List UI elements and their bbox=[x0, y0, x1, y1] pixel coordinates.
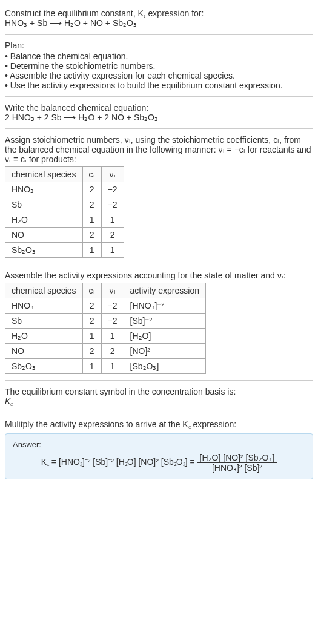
table-header-row: chemical species cᵢ νᵢ bbox=[5, 167, 124, 182]
cell-nui: 1 bbox=[101, 243, 124, 258]
plan-item: Determine the stoichiometric numbers. bbox=[5, 61, 313, 71]
cell-species: Sb₂O₃ bbox=[5, 243, 83, 258]
cell-nui: −2 bbox=[101, 197, 124, 212]
stoich-table: chemical species cᵢ νᵢ HNO₃ 2 −2 Sb 2 −2… bbox=[5, 166, 124, 258]
divider bbox=[5, 413, 313, 413]
col-ci: cᵢ bbox=[82, 283, 101, 298]
cell-species: Sb bbox=[5, 314, 83, 329]
cell-ci: 1 bbox=[82, 359, 101, 374]
table-row: Sb 2 −2 bbox=[5, 197, 124, 212]
divider bbox=[5, 264, 313, 264]
cell-nui: −2 bbox=[101, 298, 124, 314]
plan-section: Plan: Balance the chemical equation. Det… bbox=[5, 37, 313, 94]
col-ci: cᵢ bbox=[82, 167, 101, 182]
intro-line1-text: Construct the equilibrium constant, K, e… bbox=[5, 8, 204, 18]
multiply-section: Mulitply the activity expressions to arr… bbox=[5, 416, 313, 483]
cell-species: Sb bbox=[5, 197, 83, 212]
answer-lhs: K꜀ = [HNO₃]⁻² [Sb]⁻² [H₂O] [NO]² [Sb₂O₃]… bbox=[41, 457, 195, 467]
table-row: H₂O 1 1 bbox=[5, 212, 124, 228]
symbol-section: The equilibrium constant symbol in the c… bbox=[5, 383, 313, 410]
cell-nui: 1 bbox=[101, 359, 124, 374]
plan-item: Use the activity expressions to build th… bbox=[5, 80, 313, 90]
cell-nui: −2 bbox=[101, 314, 124, 329]
cell-species: H₂O bbox=[5, 329, 83, 344]
cell-species: H₂O bbox=[5, 212, 83, 228]
table-row: Sb 2 −2 [Sb]⁻² bbox=[5, 314, 206, 329]
cell-ci: 2 bbox=[82, 182, 101, 197]
symbol-text: The equilibrium constant symbol in the c… bbox=[5, 387, 313, 396]
cell-species: HNO₃ bbox=[5, 182, 83, 197]
cell-ci: 2 bbox=[82, 228, 101, 243]
answer-label: Answer: bbox=[13, 440, 305, 449]
answer-box: Answer: K꜀ = [HNO₃]⁻² [Sb]⁻² [H₂O] [NO]²… bbox=[5, 433, 313, 479]
intro-equation: HNO₃ + Sb ⟶ H₂O + NO + Sb₂O₃ bbox=[5, 18, 313, 28]
cell-activity: [H₂O] bbox=[124, 329, 205, 344]
table-row: NO 2 2 [NO]² bbox=[5, 344, 206, 359]
cell-ci: 2 bbox=[82, 298, 101, 314]
cell-ci: 1 bbox=[82, 329, 101, 344]
cell-ci: 1 bbox=[82, 243, 101, 258]
plan-list: Balance the chemical equation. Determine… bbox=[5, 51, 313, 90]
plan-item: Assemble the activity expression for eac… bbox=[5, 71, 313, 80]
cell-ci: 1 bbox=[82, 212, 101, 228]
intro-line1: Construct the equilibrium constant, K, e… bbox=[5, 8, 313, 18]
col-activity: activity expression bbox=[124, 283, 205, 298]
cell-nui: 1 bbox=[101, 329, 124, 344]
balanced-section: Write the balanced chemical equation: 2 … bbox=[5, 99, 313, 126]
cell-species: NO bbox=[5, 344, 83, 359]
col-nui: νᵢ bbox=[101, 167, 124, 182]
cell-nui: 1 bbox=[101, 212, 124, 228]
table-row: H₂O 1 1 [H₂O] bbox=[5, 329, 206, 344]
cell-activity: [Sb]⁻² bbox=[124, 314, 205, 329]
table-row: Sb₂O₃ 1 1 [Sb₂O₃] bbox=[5, 359, 206, 374]
plan-heading: Plan: bbox=[5, 41, 313, 50]
cell-ci: 2 bbox=[82, 197, 101, 212]
activity-table: chemical species cᵢ νᵢ activity expressi… bbox=[5, 283, 206, 374]
cell-nui: 2 bbox=[101, 344, 124, 359]
answer-denominator: [HNO₃]² [Sb]² bbox=[197, 463, 277, 473]
divider bbox=[5, 128, 313, 129]
cell-species: NO bbox=[5, 228, 83, 243]
multiply-text: Mulitply the activity expressions to arr… bbox=[5, 419, 313, 430]
intro-section: Construct the equilibrium constant, K, e… bbox=[5, 5, 313, 31]
balanced-equation: 2 HNO₃ + 2 Sb ⟶ H₂O + 2 NO + Sb₂O₃ bbox=[5, 113, 313, 122]
assemble-section: Assemble the activity expressions accoun… bbox=[5, 267, 313, 378]
answer-expression: K꜀ = [HNO₃]⁻² [Sb]⁻² [H₂O] [NO]² [Sb₂O₃]… bbox=[13, 453, 305, 473]
table-header-row: chemical species cᵢ νᵢ activity expressi… bbox=[5, 283, 206, 298]
cell-ci: 2 bbox=[82, 344, 101, 359]
balanced-heading: Write the balanced chemical equation: bbox=[5, 103, 313, 113]
table-row: Sb₂O₃ 1 1 bbox=[5, 243, 124, 258]
table-row: HNO₃ 2 −2 [HNO₃]⁻² bbox=[5, 298, 206, 314]
cell-species: Sb₂O₃ bbox=[5, 359, 83, 374]
cell-nui: −2 bbox=[101, 182, 124, 197]
divider bbox=[5, 96, 313, 97]
col-species: chemical species bbox=[5, 283, 83, 298]
assign-text: Assign stoichiometric numbers, νᵢ, using… bbox=[5, 135, 313, 164]
answer-fraction: [H₂O] [NO]² [Sb₂O₃] [HNO₃]² [Sb]² bbox=[197, 453, 277, 473]
cell-activity: [HNO₃]⁻² bbox=[124, 298, 205, 314]
plan-item: Balance the chemical equation. bbox=[5, 51, 313, 61]
table-row: HNO₃ 2 −2 bbox=[5, 182, 124, 197]
col-nui: νᵢ bbox=[101, 283, 124, 298]
cell-species: HNO₃ bbox=[5, 298, 83, 314]
symbol-kc: K꜀ bbox=[5, 396, 313, 407]
answer-numerator: [H₂O] [NO]² [Sb₂O₃] bbox=[197, 453, 277, 463]
assign-section: Assign stoichiometric numbers, νᵢ, using… bbox=[5, 131, 313, 261]
cell-activity: [Sb₂O₃] bbox=[124, 359, 205, 374]
col-species: chemical species bbox=[5, 167, 83, 182]
divider bbox=[5, 34, 313, 34]
cell-nui: 2 bbox=[101, 228, 124, 243]
assemble-text: Assemble the activity expressions accoun… bbox=[5, 271, 313, 280]
cell-activity: [NO]² bbox=[124, 344, 205, 359]
divider bbox=[5, 380, 313, 381]
table-row: NO 2 2 bbox=[5, 228, 124, 243]
cell-ci: 2 bbox=[82, 314, 101, 329]
